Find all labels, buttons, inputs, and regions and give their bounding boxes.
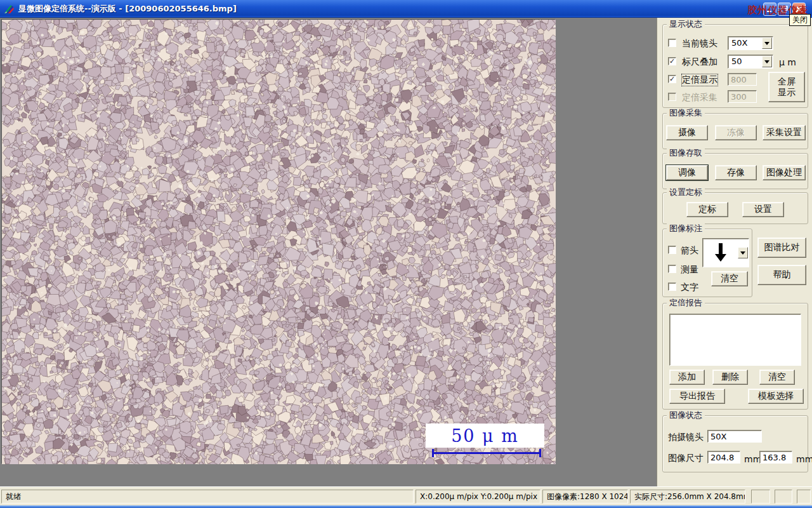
group-annotation: 图像标注 箭头 测量 文字 清空 [662,229,752,297]
group-title: 图像状态 [667,410,705,420]
report-add-button[interactable]: 添加 [669,370,705,385]
group-title: 设置定标 [667,187,705,197]
fixed-display-label: 定倍显示 [682,74,717,86]
restore-icon [781,6,788,13]
title-bar[interactable]: 显微图像定倍系统--演示版 - [20090602055646.bmp] [0,0,812,18]
group-title: 图像存取 [667,148,705,158]
dropdown-arrow-icon [764,42,769,45]
report-clear-button[interactable]: 清空 [759,370,795,385]
image-process-button[interactable]: 图像处理 [763,165,806,180]
image-viewport: 50 μ m [1,19,555,464]
current-lens-value: 50X [731,38,747,48]
status-empty-panel [797,490,811,504]
measure-label: 测量 [681,264,698,276]
export-report-button[interactable]: 导出报告 [669,389,725,404]
dropdown-arrow-icon [740,251,745,255]
scale-bar-overlay: 50 μ m [426,424,544,448]
group-title: 图像采集 [667,108,705,118]
shoot-button[interactable]: 摄像 [666,125,708,140]
fixed-capture-checkbox [668,93,676,101]
minimize-button[interactable] [763,3,776,16]
freeze-button: 冻像 [715,125,757,140]
fixed-display-field: 800 [728,73,757,86]
status-bar: 就绪 X:0.200μ m/pix Y:0.200μ m/pix 图像像素:12… [0,486,812,505]
scale-bar-line [432,449,541,457]
scale-overlay-dropdown-button[interactable] [762,56,772,67]
calibration-set-button[interactable]: 设置 [742,202,784,217]
calibrate-button[interactable]: 定标 [686,202,728,217]
group-image-status: 图像状态 拍摄镜头 50X 图像尺寸 204.8 mm 163.8 mm [662,415,808,472]
image-width-field: 204.8 [707,451,740,464]
status-empty-panel [751,490,770,504]
group-storage: 图像存取 调像 存像 图像处理 [662,153,808,189]
current-lens-dropdown-button[interactable] [762,37,772,49]
arrow-style-combobox[interactable] [702,238,749,267]
save-image-button[interactable]: 存像 [715,165,757,180]
annotation-clear-button[interactable]: 清空 [711,271,748,286]
fullscreen-button-line2: 显示 [778,87,796,98]
fixed-display-checkbox[interactable] [668,75,676,83]
status-empty-panel [775,490,792,504]
scale-overlay-label: 标尺叠加 [682,57,717,68]
application-window: 显微图像定倍系统--演示版 - [20090602055646.bmp] 胶州仪… [0,0,812,508]
app-icon [3,3,15,15]
height-unit-label: mm [796,454,812,464]
minimize-icon [766,6,773,13]
status-image-pixels: 图像像素:1280 X 1024 [542,490,628,504]
close-tooltip: 关闭 [789,14,811,26]
atlas-compare-button[interactable]: 图谱比对 [757,237,806,258]
group-title: 显示状态 [667,19,705,29]
control-panel: 显示状态 当前镜头 50X 标尺叠加 50 μ m 定倍显示 800 定倍采集 … [657,18,812,486]
capture-settings-button[interactable]: 采集设置 [763,125,806,140]
group-title: 定倍报告 [667,298,705,308]
report-delete-button[interactable]: 删除 [712,370,748,385]
group-capture: 图像采集 摄像 冻像 采集设置 [662,113,808,149]
fullscreen-button-line1: 全屏 [778,76,796,87]
arrow-checkbox[interactable] [668,246,676,254]
status-actual-size: 实际尺寸:256.0mm X 204.8mm [630,490,745,504]
lens-label: 拍摄镜头 [668,432,704,443]
status-resolution: X:0.200μ m/pix Y:0.200μ m/pix [416,490,540,504]
image-size-label: 图像尺寸 [668,453,704,464]
text-checkbox[interactable] [668,283,676,291]
scale-bar-label: 50 μ m [451,426,519,446]
close-icon [796,6,802,13]
template-select-button[interactable]: 模板选择 [748,389,804,404]
status-ready: 就绪 [1,490,414,504]
scale-overlay-unit: μ m [779,57,796,67]
window-title: 显微图像定倍系统--演示版 - [20090602055646.bmp] [18,3,237,15]
micrograph-image[interactable] [2,20,556,464]
group-title: 图像标注 [667,224,705,234]
scale-overlay-checkbox[interactable] [668,57,676,65]
arrow-style-dropdown-button[interactable] [738,247,748,258]
taskbar-edge [0,505,812,508]
arrow-style-preview [704,239,738,266]
load-image-button[interactable]: 调像 [666,165,708,180]
group-calibration: 设置定标 定标 设置 [662,192,808,224]
fixed-capture-field: 300 [728,90,757,103]
report-listbox[interactable] [669,314,801,366]
dropdown-arrow-icon [764,60,769,64]
arrow-label: 箭头 [681,245,698,257]
group-display-status: 显示状态 当前镜头 50X 标尺叠加 50 μ m 定倍显示 800 定倍采集 … [662,24,808,108]
down-arrow-icon [714,243,728,263]
fixed-capture-label: 定倍采集 [682,92,717,104]
image-height-field: 163.8 [759,451,792,464]
help-button[interactable]: 帮助 [757,265,806,285]
fullscreen-button[interactable]: 全屏 显示 [768,72,805,102]
group-report: 定倍报告 添加 删除 清空 导出报告 模板选择 [662,303,808,410]
scale-overlay-combobox[interactable]: 50 [728,55,773,69]
current-lens-checkbox[interactable] [668,39,676,47]
measure-checkbox[interactable] [668,265,676,273]
current-lens-combobox[interactable]: 50X [728,36,773,50]
scale-overlay-value: 50 [731,57,742,66]
lens-value-field: 50X [707,430,762,443]
text-label: 文字 [681,282,698,293]
current-lens-label: 当前镜头 [682,38,717,50]
